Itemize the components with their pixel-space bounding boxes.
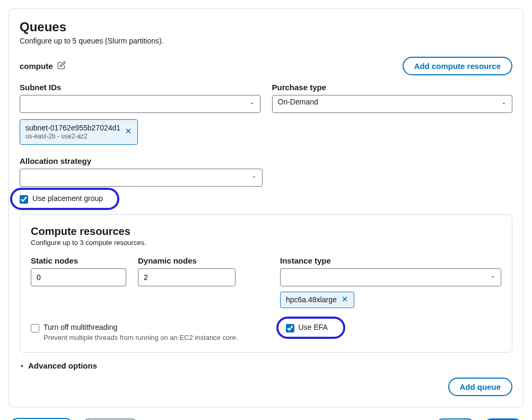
add-queue-button[interactable]: Add queue [448,378,513,396]
dynamic-nodes-input[interactable] [138,268,236,286]
subnet-ids-select[interactable] [20,95,260,113]
page-footer: Refresh Stop fleet Cancel Back Next [8,418,524,420]
purchase-type-label: Purchase type [272,83,513,92]
add-compute-resource-button[interactable]: Add compute resource [403,57,512,75]
use-placement-group-checkbox[interactable] [20,195,28,204]
allocation-strategy-select[interactable] [20,169,263,187]
queue-name-row: compute [20,61,66,71]
turn-off-multithreading-label: Turn off multithreading [43,323,117,331]
subnet-token-main: subnet-01762e955b27024d1 [25,124,120,132]
static-nodes-label: Static nodes [31,256,126,265]
turn-off-multithreading-checkbox[interactable] [31,324,39,332]
static-nodes-input[interactable] [31,268,126,286]
queues-card: Queues Configure up to 5 queues (Slurm p… [8,8,524,407]
turn-off-multithreading-helper: Prevent multiple threads from running on… [43,334,260,342]
allocation-strategy-label: Allocation strategy [20,156,263,165]
instance-type-token: hpc6a.48xlarge [280,292,354,308]
subnet-token-sub: us-east-2b - use2-az2 [25,133,120,141]
instance-type-select[interactable] [280,268,501,286]
use-placement-group-label: Use placement group [32,194,103,203]
subnet-ids-label: Subnet IDs [20,83,260,92]
advanced-options-toggle[interactable]: Advanced options [20,361,512,370]
use-efa-checkbox[interactable] [286,324,294,332]
purchase-type-select[interactable]: On-Demand [272,95,513,113]
instance-type-token-text: hpc6a.48xlarge [286,295,337,304]
page-title: Queues [20,20,512,34]
close-icon[interactable] [125,127,132,136]
queue-name: compute [20,62,53,71]
instance-type-label: Instance type [280,256,501,265]
compute-resources-title: Compute resources [31,225,501,238]
use-efa-label: Use EFA [299,323,328,331]
page-subtitle: Configure up to 5 queues (Slurm partitio… [20,37,512,45]
dynamic-nodes-label: Dynamic nodes [138,256,236,265]
edit-icon[interactable] [57,61,66,71]
close-icon[interactable] [341,295,348,304]
subnet-token: subnet-01762e955b27024d1 us-east-2b - us… [20,119,138,145]
refresh-button[interactable]: Refresh [8,418,74,420]
compute-resources-subtitle: Configure up to 3 compute resources. [31,239,501,247]
caret-right-icon [20,361,25,370]
compute-resources-card: Compute resources Configure up to 3 comp… [20,214,512,353]
